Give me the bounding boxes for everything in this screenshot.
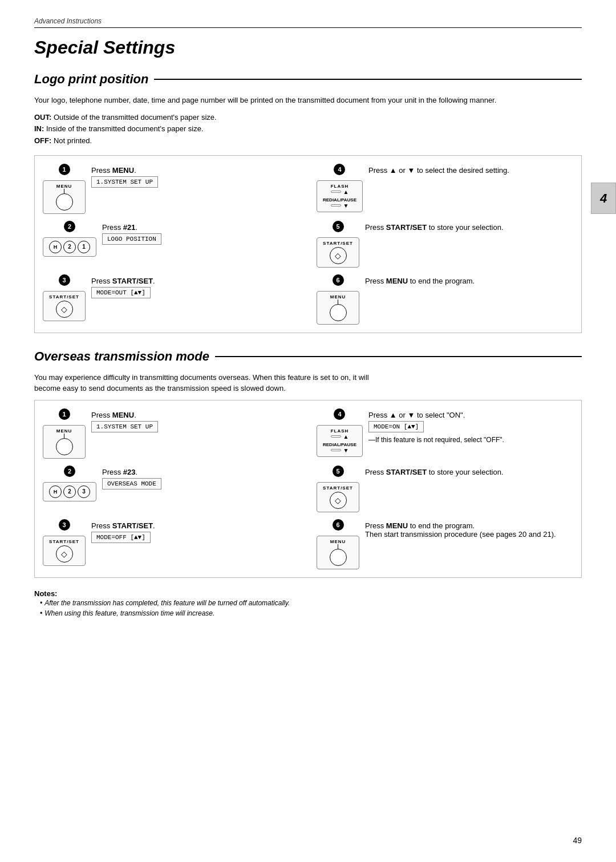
page-title: Special Settings	[34, 37, 582, 58]
step2-icon-col: 2 H 2 1	[43, 221, 96, 257]
note-item-2: When using this feature, transmission ti…	[40, 608, 582, 618]
section2-description: You may experience difficulty in transmi…	[34, 372, 582, 394]
step4-icon-col: 4 FLASH ▲ REDIAL/PAUSE ▼	[317, 164, 363, 212]
section1-steps-grid: 1 MENU Press MENU. 1.SYSTEM SET UP 4 FLA…	[34, 155, 582, 333]
notes-title: Notes:	[34, 589, 582, 598]
notes-section: Notes: After the transmission has comple…	[34, 589, 582, 618]
section1-title: Logo print position	[34, 72, 582, 87]
page-number: 49	[573, 836, 582, 845]
step-4: 4 FLASH ▲ REDIAL/PAUSE ▼	[317, 164, 573, 214]
section-logo-print: Logo print position Your logo, telephone…	[34, 72, 582, 333]
step5-text: Press START/SET to store your selection.	[365, 221, 573, 232]
step6-icon-col: 6 MENU	[317, 274, 359, 325]
step4-text: Press ▲ or ▼ to select the desired setti…	[368, 164, 573, 175]
section2-title: Overseas transmission mode	[34, 349, 582, 364]
step2-text: Press #21. LOGO POSITION	[102, 221, 299, 245]
step3-device: START/SET ◇	[43, 291, 86, 321]
step5-device: START/SET ◇	[317, 237, 359, 268]
step2-number: 2	[64, 221, 75, 232]
s2-step-3: 3 START/SET ◇ Press START/SET. MODE=OFF …	[43, 519, 299, 569]
s2-step-1: 1 MENU Press MENU. 1.SYSTEM SET UP	[43, 408, 299, 459]
step1-text: Press MENU. 1.SYSTEM SET UP	[91, 164, 299, 188]
step4-device: FLASH ▲ REDIAL/PAUSE ▼	[317, 180, 363, 212]
label-list: OUT: Outside of the transmitted document…	[34, 112, 582, 147]
step-6: 6 MENU Press MENU to end the program.	[317, 274, 573, 325]
s2-step-4: 4 FLASH ▲ REDIAL/PAUSE ▼	[317, 408, 573, 459]
step5-icon-col: 5 START/SET ◇	[317, 221, 359, 268]
s2-step-2: 2 H 2 3 Press #23. OVERSEAS MODE	[43, 466, 299, 512]
step-3: 3 START/SET ◇ Press START/SET. MODE=OUT …	[43, 274, 299, 325]
section1-description: Your logo, telephone number, date, time …	[34, 95, 582, 106]
step4-number: 4	[334, 164, 345, 175]
step3-icon-col: 3 START/SET ◇	[43, 274, 86, 321]
step-5: 5 START/SET ◇ Press START/SET to store y…	[317, 221, 573, 268]
section-overseas: Overseas transmission mode You may exper…	[34, 349, 582, 578]
step6-number: 6	[333, 274, 344, 286]
section2-steps-grid: 1 MENU Press MENU. 1.SYSTEM SET UP 4 FLA…	[34, 400, 582, 578]
tab-number: 4	[600, 191, 607, 206]
step6-text: Press MENU to end the program.	[365, 274, 573, 285]
step3-text: Press START/SET. MODE=OUT [▲▼]	[91, 274, 299, 298]
header-label: Advanced Instructions	[34, 17, 582, 25]
step2-device: H 2 1	[43, 237, 96, 257]
step6-device: MENU	[317, 291, 359, 325]
step5-number: 5	[333, 221, 344, 232]
notes-list: After the transmission has completed, th…	[34, 598, 582, 618]
tab-marker: 4	[591, 183, 616, 214]
top-divider	[34, 27, 582, 28]
step-2: 2 H 2 1 Press #21. LOGO POSITION	[43, 221, 299, 268]
step1-device: MENU	[43, 180, 86, 214]
step3-number: 3	[59, 274, 70, 286]
step1-number: 1	[59, 164, 70, 175]
step-1: 1 MENU Press MENU. 1.SYSTEM SET UP	[43, 164, 299, 214]
s2-step-6: 6 MENU Press MENU to end the program.The…	[317, 519, 573, 569]
note-item-1: After the transmission has completed, th…	[40, 598, 582, 608]
s2-step-5: 5 START/SET ◇ Press START/SET to store y…	[317, 466, 573, 512]
step1-icon-col: 1 MENU	[43, 164, 86, 214]
